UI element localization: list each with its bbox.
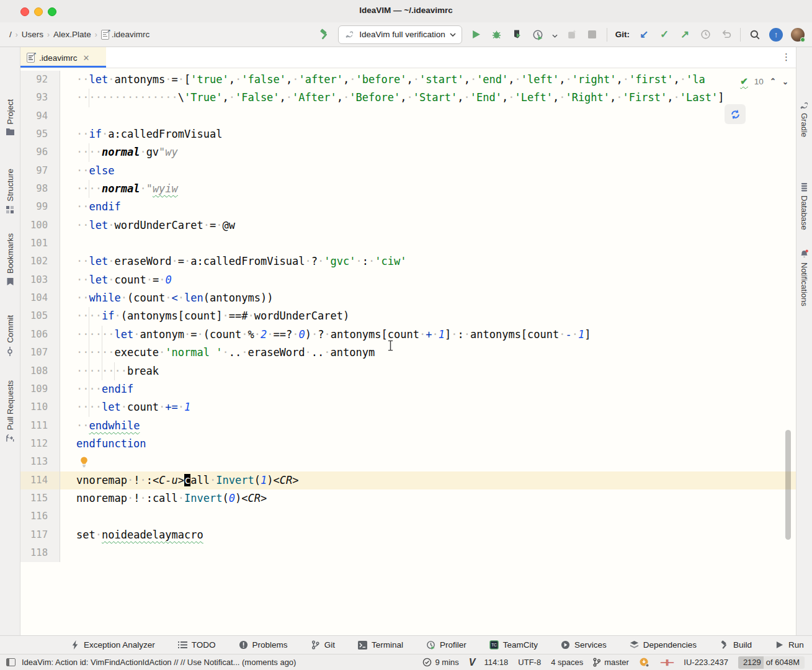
code-line[interactable]: 107······execute·'normal '·..·eraseWord·… xyxy=(20,344,796,362)
editor[interactable]: 92··let·antonyms·=·['true',·'false',·'af… xyxy=(20,68,796,635)
code-line[interactable]: 102··let·eraseWord·=·a:calledFromVisual·… xyxy=(20,252,796,270)
main-toolbar: / › Users › Alex.Plate › ↗ .ideavimrc Id… xyxy=(0,22,812,47)
code-line[interactable]: 95··if·a:calledFromVisual xyxy=(20,125,796,143)
avatar[interactable] xyxy=(791,28,805,42)
sidebar-item-structure[interactable]: Structure xyxy=(0,169,20,214)
code-token: antonyms xyxy=(114,73,165,86)
toolwindow-exception-analyzer[interactable]: Exception Analyzer xyxy=(69,640,155,650)
toolbar-separator xyxy=(607,28,607,42)
caret-position-widget[interactable]: V 114:18 xyxy=(469,657,508,668)
toolwindow-problems[interactable]: Problems xyxy=(238,640,288,650)
tab-ideavimrc[interactable]: ↗ .ideavimrc ✕ xyxy=(20,47,106,68)
code-token: · xyxy=(127,492,133,504)
code-token: eraseWord xyxy=(248,346,305,359)
ide-update-icon[interactable]: ↑ xyxy=(769,28,783,42)
time-tracker-widget[interactable]: 9 mins xyxy=(422,658,459,667)
line-number: 118 xyxy=(20,544,60,562)
reload-file-button[interactable] xyxy=(725,104,746,124)
code-line[interactable]: 105····if·(antonyms[count]·==#·wordUnder… xyxy=(20,307,796,325)
code-line[interactable]: 117set·noideadelaymacro xyxy=(20,526,796,544)
sidebar-item-notifications[interactable]: Notifications xyxy=(796,249,812,306)
code-line[interactable]: 108········break xyxy=(20,362,796,380)
layout-panels-icon[interactable] xyxy=(6,658,16,666)
code-line[interactable]: 110····let·count·+=·1 xyxy=(20,398,796,416)
code-token: eraseWord xyxy=(114,255,171,267)
toolwindow-run[interactable]: Run xyxy=(774,640,804,650)
git-push-button[interactable]: ↗ xyxy=(679,29,691,41)
prev-problem-chevron-icon[interactable]: ⌃ xyxy=(770,77,776,86)
sync-status-icon[interactable] xyxy=(639,658,650,667)
code-line[interactable]: 118 xyxy=(20,544,796,562)
tab-options-kebab-icon[interactable]: ⋮ xyxy=(782,51,791,63)
toolwindow-git[interactable]: Git xyxy=(310,640,335,650)
indent-widget[interactable]: 4 spaces xyxy=(551,658,583,667)
memory-total: of 6048M xyxy=(764,656,805,668)
search-everywhere-icon[interactable] xyxy=(749,29,761,41)
git-branch-widget[interactable]: master xyxy=(593,658,629,667)
code-line[interactable]: 103··let·count·=·0 xyxy=(20,271,796,289)
vertical-scrollbar-thumb[interactable] xyxy=(785,430,791,540)
profiler-dropdown-icon[interactable] xyxy=(552,29,558,40)
sidebar-item-commit[interactable]: Commit xyxy=(0,315,20,356)
breadcrumb-user-dir[interactable]: Alex.Plate xyxy=(53,30,91,39)
code-line[interactable]: 94 xyxy=(20,107,796,125)
code-token: \ xyxy=(178,91,184,104)
inspections-widget[interactable]: ✔ 10 ⌃ ⌃ xyxy=(735,73,788,90)
toolwindow-dependencies[interactable]: Dependencies xyxy=(629,640,697,650)
sidebar-item-gradle[interactable]: Gradle xyxy=(796,102,812,137)
code-line[interactable]: 101 xyxy=(20,234,796,252)
run-button[interactable] xyxy=(470,29,483,41)
toolwindow-terminal[interactable]: Terminal xyxy=(357,640,403,650)
git-commit-button[interactable]: ✓ xyxy=(658,29,671,41)
sidebar-item-database[interactable]: Database xyxy=(796,182,812,230)
code-line[interactable]: 104··while·(count·<·len(antonyms)) xyxy=(20,289,796,307)
toolwindow-build[interactable]: Build xyxy=(719,640,752,650)
close-tab-icon[interactable]: ✕ xyxy=(83,53,90,63)
code-line[interactable]: 106······let·antonym·=·(count·%·2·==?·0)… xyxy=(20,326,796,344)
code-token: · xyxy=(165,73,171,86)
sidebar-item-pull-requests[interactable]: Pull Requests xyxy=(0,380,20,442)
sidebar-item-bookmarks[interactable]: Bookmarks xyxy=(0,233,20,286)
breadcrumb-users[interactable]: Users xyxy=(22,30,43,39)
code-token: , xyxy=(667,91,673,104)
memory-indicator[interactable]: 2129 of 6048M xyxy=(738,656,805,669)
code-line[interactable]: 112endfunction xyxy=(20,435,796,453)
history-button[interactable] xyxy=(699,29,712,41)
intention-bulb-icon[interactable] xyxy=(79,456,90,468)
code-line[interactable]: 115nnoremap·!·:call·Invert(0)<CR> xyxy=(20,489,796,507)
window-title: IdeaVIM — ~/.ideavimrc xyxy=(0,6,812,15)
git-update-button[interactable]: ↙ xyxy=(638,29,650,41)
code-line[interactable]: 116 xyxy=(20,507,796,525)
toolwindow-services[interactable]: Services xyxy=(560,640,607,650)
code-line[interactable]: 113 xyxy=(20,453,796,471)
code-line[interactable]: 99··endif xyxy=(20,198,796,216)
code-line[interactable]: 114vnoremap·!·:<C-u>call·Invert(1)<CR> xyxy=(20,471,796,489)
run-configuration-select[interactable]: IdeaVim full verification xyxy=(338,25,462,44)
code-line[interactable]: 98····normal·"wyiw xyxy=(20,180,796,198)
breadcrumb-file[interactable]: .ideavimrc xyxy=(112,30,150,39)
code-area[interactable]: 92··let·antonyms·=·['true',·'false',·'af… xyxy=(20,71,796,562)
code-line[interactable]: 93················\'True',·'False',·'Aft… xyxy=(20,89,796,107)
toolwindow-teamcity[interactable]: TC TeamCity xyxy=(489,640,538,650)
code-token: · xyxy=(146,274,153,286)
toolwindow-todo[interactable]: TODO xyxy=(177,640,216,650)
code-line[interactable]: 97··else xyxy=(20,162,796,180)
code-line[interactable]: 111··endwhile xyxy=(20,417,796,435)
breadcrumb-root[interactable]: / xyxy=(9,30,12,39)
code-line[interactable]: 92··let·antonyms·=·['true',·'false',·'af… xyxy=(20,71,796,89)
run-with-coverage-button[interactable] xyxy=(511,29,524,41)
code-line[interactable]: 96····normal·gv"wy xyxy=(20,143,796,161)
next-problem-chevron-icon[interactable]: ⌃ xyxy=(782,77,788,86)
build-hammer-icon[interactable] xyxy=(318,29,330,41)
toolwindow-profiler[interactable]: Profiler xyxy=(426,640,466,650)
ideavim-plugin-icon[interactable]: ⊣⊢ xyxy=(660,658,674,668)
rollback-button[interactable] xyxy=(720,29,732,41)
code-line[interactable]: 109····endif xyxy=(20,380,796,398)
code-line[interactable]: 100··let·wordUnderCaret·=·@w xyxy=(20,217,796,234)
debug-button[interactable] xyxy=(491,29,503,41)
line-number: 99 xyxy=(20,198,60,216)
profiler-button[interactable] xyxy=(532,29,544,41)
encoding-widget[interactable]: UTF-8 xyxy=(518,658,541,667)
code-token: = xyxy=(210,219,216,231)
sidebar-item-project[interactable]: Project xyxy=(0,99,20,136)
